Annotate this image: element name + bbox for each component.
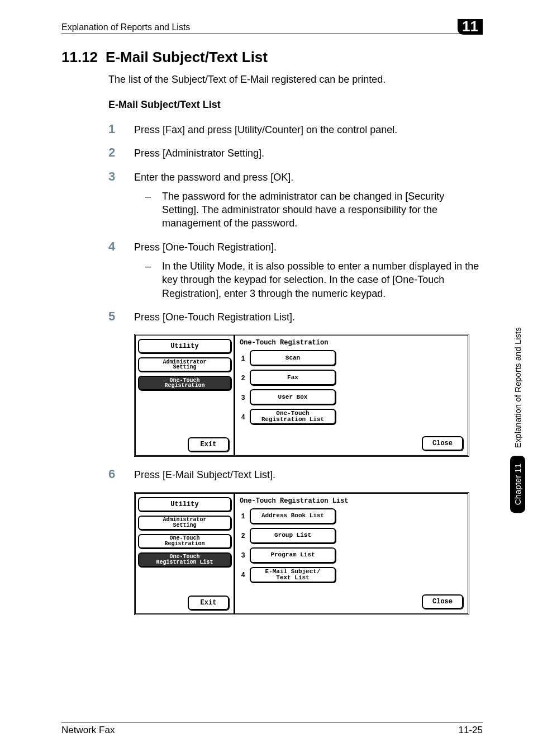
admin-setting-button[interactable]: Administrator Setting	[138, 516, 231, 530]
step-subnote: – In the Utility Mode, it is also possib…	[134, 259, 483, 300]
screenshot-registration: Utility Administrator Setting One-Touch …	[134, 334, 483, 457]
panel-title: One-Touch Registration	[240, 339, 464, 347]
exit-button[interactable]: Exit	[188, 437, 229, 452]
address-book-list-button[interactable]: Address Book List	[250, 508, 336, 524]
step-5: 5 Press [One-Touch Registration List].	[108, 310, 483, 324]
subnote-text: The password for the administrator can b…	[162, 190, 483, 230]
step-number: 2	[108, 147, 123, 160]
utility-button[interactable]: Utility	[138, 339, 231, 353]
scan-button[interactable]: Scan	[250, 350, 336, 366]
email-subject-text-list-button[interactable]: E-Mail Subject/ Text List	[250, 567, 336, 583]
step-text: Press [E-Mail Subject/Text List].	[134, 468, 483, 481]
utility-button[interactable]: Utility	[138, 497, 231, 512]
step-text: Enter the password and press [OK].	[134, 172, 293, 183]
step-number: 6	[108, 468, 123, 481]
side-chapter-title: Explanation of Reports and Lists	[513, 327, 522, 448]
step-text: Press [One-Touch Registration List].	[134, 310, 483, 324]
side-tab: Chapter 11 Explanation of Reports and Li…	[510, 327, 525, 513]
step-number: 3	[108, 171, 123, 230]
step-text: Press [Administrator Setting].	[134, 147, 483, 160]
section-title: E-Mail Subject/Text List	[106, 49, 268, 66]
close-button[interactable]: Close	[422, 594, 463, 609]
section-heading: 11.12 E-Mail Subject/Text List	[61, 49, 483, 66]
screenshot-registration-list: Utility Administrator Setting One-Touch …	[134, 492, 483, 615]
step-1: 1 Press [Fax] and press [Utility/Counter…	[108, 123, 483, 136]
program-list-button[interactable]: Program List	[250, 547, 336, 563]
close-button[interactable]: Close	[422, 436, 463, 451]
group-list-button[interactable]: Group List	[250, 528, 336, 544]
section-intro: The list of the Subject/Text of E-Mail r…	[108, 74, 483, 86]
sub-heading: E-Mail Subject/Text List	[108, 99, 483, 111]
step-3: 3 Enter the password and press [OK]. – T…	[108, 171, 483, 230]
one-touch-reg-list-button[interactable]: One-Touch Registration List	[250, 409, 336, 424]
admin-setting-button[interactable]: Administrator Setting	[138, 357, 231, 372]
chapter-badge: 11	[458, 19, 483, 35]
step-number: 1	[108, 123, 123, 136]
step-subnote: – The password for the administrator can…	[134, 190, 483, 230]
running-header-title: Explanation of Reports and Lists	[61, 22, 190, 32]
running-header: Explanation of Reports and Lists 11	[61, 17, 483, 34]
subnote-text: In the Utility Mode, it is also possible…	[162, 259, 483, 300]
step-2: 2 Press [Administrator Setting].	[108, 147, 483, 160]
exit-button[interactable]: Exit	[188, 596, 229, 610]
user-box-button[interactable]: User Box	[250, 389, 336, 405]
fax-button[interactable]: Fax	[250, 370, 336, 385]
step-text: Press [One-Touch Registration].	[134, 242, 277, 253]
one-touch-registration-button[interactable]: One-Touch Registration	[138, 376, 231, 390]
page-footer: Network Fax 11-25	[61, 722, 483, 736]
step-4: 4 Press [One-Touch Registration]. – In t…	[108, 240, 483, 300]
side-chapter-pill: Chapter 11	[510, 456, 525, 513]
step-number: 5	[108, 310, 123, 324]
one-touch-reg-list-button[interactable]: One-Touch Registration List	[138, 552, 231, 567]
footer-right: 11-25	[459, 725, 483, 736]
panel-title: One-Touch Registration List	[240, 497, 464, 505]
footer-left: Network Fax	[61, 725, 115, 736]
section-number: 11.12	[61, 49, 98, 66]
step-6: 6 Press [E-Mail Subject/Text List].	[108, 468, 483, 481]
step-text: Press [Fax] and press [Utility/Counter] …	[134, 123, 483, 136]
one-touch-registration-button[interactable]: One-Touch Registration	[138, 534, 231, 549]
step-number: 4	[108, 240, 123, 300]
